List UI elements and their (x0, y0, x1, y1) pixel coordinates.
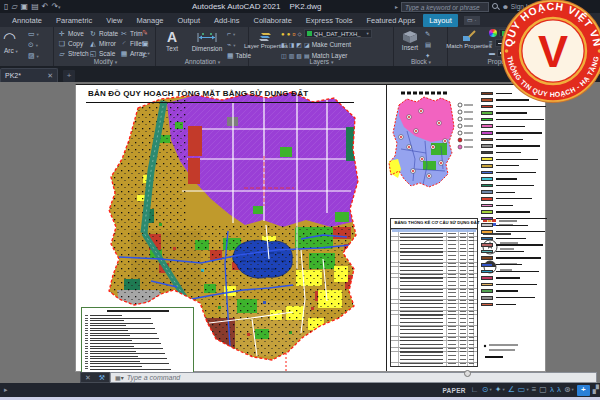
legend-swatch (481, 256, 493, 260)
qat-dropdown-icon[interactable]: ▾ (58, 4, 61, 10)
command-input[interactable]: ▦▾ Type a command (110, 372, 597, 383)
snap-icon[interactable]: ✦▾ (495, 385, 505, 395)
ribbon-tab-add-ins[interactable]: Add-ins (208, 14, 245, 27)
ribbon-tab-layout[interactable]: Layout (423, 14, 458, 27)
selection-cycling-icon[interactable]: ▢ (539, 385, 547, 395)
annotation-visibility-icon[interactable]: λ (550, 385, 554, 395)
stretch-button[interactable]: ▱Stretch (58, 49, 89, 58)
plot-icon[interactable]: ▤ (31, 2, 39, 11)
legend-swatch (481, 92, 493, 96)
legend-swatch (481, 118, 493, 122)
layers-panel-label[interactable]: Layers ▾ (250, 58, 393, 65)
isodraft-icon[interactable]: ⊙▾ (482, 385, 492, 395)
arc-button[interactable]: Arc ▾ (4, 47, 18, 54)
make-current-button[interactable]: Make Current (312, 41, 351, 48)
table-num-column2 (460, 233, 466, 364)
annotation-panel-label[interactable]: Annotation ▾ (157, 58, 248, 65)
add-workspace-icon[interactable]: + (577, 385, 590, 396)
ribbon-tab-manage[interactable]: Manage (130, 14, 169, 27)
customization-icon[interactable]: ▞ (593, 385, 599, 395)
layout-paper[interactable]: BẢN ĐỒ QUY HOẠCH TỔNG MẶT BẰNG SỬ DỤNG Đ… (75, 84, 546, 372)
ribbon-tab-view[interactable]: View (100, 14, 128, 27)
ribbon-display-options[interactable]: ▭ · (464, 16, 480, 25)
command-line-grip[interactable] (464, 370, 471, 377)
search-collapse-icon[interactable]: ▸ (395, 3, 398, 10)
command-placeholder: Type a command (127, 374, 181, 381)
modify-panel-label[interactable]: Modify ▾ (56, 58, 155, 65)
dimension-button[interactable]: Dimension (187, 29, 227, 52)
arc-icon[interactable]: ◠ (3, 29, 16, 47)
legend-swatch (481, 204, 493, 208)
new-tab-button[interactable]: + (63, 70, 75, 82)
search-icon[interactable] (492, 3, 499, 10)
layer-lock-icon[interactable]: ⬦ (298, 31, 302, 37)
match-properties-button[interactable]: Match Properties (451, 28, 487, 50)
legend-item (481, 149, 547, 156)
erase-pencil-icon[interactable]: ✎ (142, 29, 149, 37)
open-folder-icon[interactable]: ▱ (11, 2, 17, 11)
save-icon[interactable]: ▣ (21, 2, 29, 11)
rotate-button[interactable]: ↻Rotate (89, 29, 120, 38)
ribbon-tab-annotate[interactable]: Annotate (6, 14, 48, 27)
wrench-icon[interactable]: ⚒ (99, 374, 105, 382)
command-line[interactable]: ✕ ⚒ ▦▾ Type a command (80, 372, 597, 383)
mirror-button[interactable]: ◭Mirror (89, 39, 120, 48)
ortho-icon[interactable]: ∟ (471, 385, 479, 395)
file-tab-pk2[interactable]: PK2* ✕ (0, 68, 58, 82)
explode-icon[interactable]: ▣ (142, 40, 149, 48)
title-underline (86, 102, 354, 103)
layer-on-icon[interactable]: ● (281, 31, 285, 37)
polar-tracking-icon[interactable]: ∠ (508, 385, 515, 395)
autoscale-icon[interactable]: λ (557, 385, 561, 395)
layer-freeze-icon[interactable]: ● (287, 31, 291, 37)
recent-commands-icon[interactable]: ▦▾ (115, 374, 124, 381)
legend-item (481, 294, 547, 301)
legend-item (481, 189, 547, 196)
ellipse-tool-icon[interactable]: ⊙ ▾ (28, 41, 39, 49)
layer-dropdown[interactable]: QH_DAT_HTXH_ ▾ (304, 29, 372, 38)
ribbon-tab-parametric[interactable]: Parametric (50, 14, 98, 27)
ribbon-tab-featured-apps[interactable]: Featured Apps (360, 14, 421, 27)
status-expand-icon[interactable]: ▸ (0, 386, 8, 394)
leader-icon[interactable]: ⌐ ▾ (227, 30, 251, 38)
search-input[interactable]: Type a keyword or phrase (401, 2, 489, 12)
array-icon: ▦ (120, 50, 128, 58)
move-icon: ✛ (58, 30, 66, 38)
space-toggle[interactable]: PAPER (442, 387, 465, 394)
legend-swatch (481, 171, 493, 175)
block-panel-label[interactable]: Block ▾ (395, 58, 447, 65)
legend-item (481, 143, 547, 150)
draw-panel: ◠ Arc ▾ ▭ ▾ ⊙ ▾ ▨ ▾ (0, 27, 54, 66)
object-snap-icon[interactable]: ▭▾ (518, 385, 529, 395)
block-edit-icon[interactable]: ✎ (425, 30, 431, 38)
copy-button[interactable]: ❏Copy (58, 39, 89, 48)
scale-button[interactable]: ◱Scale (89, 49, 120, 58)
close-icon[interactable]: ✕ (85, 374, 91, 382)
layer-properties-button[interactable]: Layer Properties (252, 28, 280, 50)
ribbon-tab-collaborate[interactable]: Collaborate (247, 14, 297, 27)
ribbon-tab-output[interactable]: Output (172, 14, 207, 27)
close-icon[interactable]: ✕ (47, 72, 53, 80)
hatch-tool-icon[interactable]: ▨ ▾ (28, 52, 39, 60)
layer-sun-icon[interactable]: ¤ (292, 31, 295, 37)
settings-gear-icon[interactable]: ⊛▾ (564, 385, 574, 395)
command-line-controls: ✕ ⚒ (80, 372, 110, 383)
legend-swatch (481, 237, 493, 241)
drawing-canvas[interactable]: BẢN ĐỒ QUY HOẠCH TỔNG MẶT BẰNG SỬ DỤNG Đ… (0, 82, 600, 383)
redo-icon[interactable]: ↷ (51, 2, 58, 11)
legend-item (481, 123, 547, 130)
block-attr-icon[interactable]: ▤ (425, 41, 431, 49)
move-button[interactable]: ✛Move (58, 29, 89, 38)
legend-item (481, 196, 547, 203)
layer-tool-icon[interactable]: ◧ (281, 42, 287, 48)
ribbon-tab-express-tools[interactable]: Express Tools (300, 14, 359, 27)
lineweight-icon[interactable]: ≡ (532, 385, 537, 395)
color-wheel-icon[interactable] (489, 29, 497, 37)
rectangle-tool-icon[interactable]: ▭ ▾ (28, 30, 39, 38)
legend-swatch (481, 210, 493, 214)
text-button[interactable]: A Text (161, 28, 183, 52)
undo-icon[interactable]: ↶ (42, 2, 49, 11)
new-file-icon[interactable]: ▯ (4, 2, 8, 11)
legend-swatch (481, 124, 493, 128)
insert-button[interactable]: Insert (398, 28, 422, 51)
